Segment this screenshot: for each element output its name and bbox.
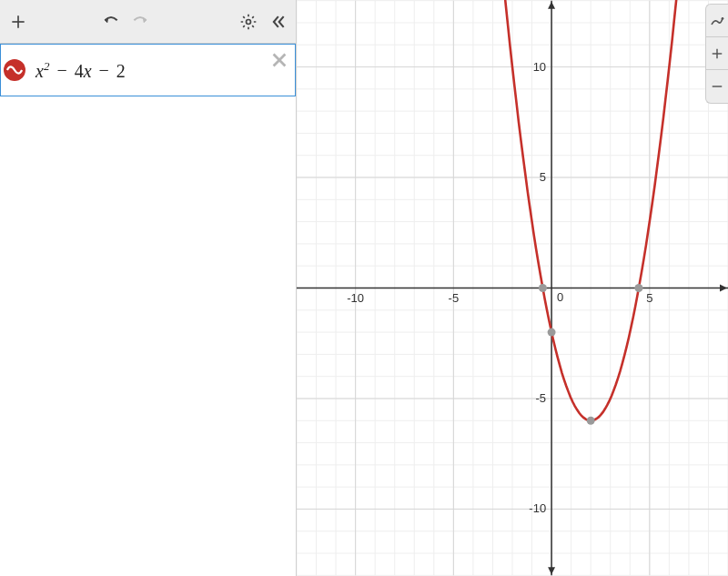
wave-icon [4,59,25,81]
svg-point-79 [722,17,724,20]
svg-point-78 [634,284,642,292]
expr-var: x [35,60,44,80]
expression-color-tab[interactable] [1,45,28,96]
svg-text:-5: -5 [536,391,547,405]
expression-input[interactable]: x2 − 4x − 2 [28,59,295,82]
expr-var2: x [84,60,92,80]
svg-point-77 [587,417,595,425]
svg-text:5: 5 [646,291,652,305]
svg-text:0: 0 [557,290,563,304]
svg-text:-10: -10 [529,501,546,515]
svg-point-2 [247,19,251,24]
undo-button[interactable] [96,7,126,36]
expression-list: x2 − 4x − 2 [0,44,296,576]
zoom-out-button[interactable] [706,70,728,103]
add-expression-button[interactable] [4,7,33,36]
graph-panel[interactable]: -10-50510-10-5510 [296,0,728,576]
svg-text:10: 10 [533,60,546,74]
expr-a: 4 [75,60,84,80]
expr-minus-2: − [92,60,116,80]
zoom-in-button[interactable] [706,37,728,70]
expr-b: 2 [116,60,126,80]
delete-expression-button[interactable] [269,50,289,70]
settings-button[interactable] [234,7,263,36]
graph-settings-button[interactable] [706,5,728,37]
graph-controls [705,4,728,104]
graph-canvas[interactable]: -10-50510-10-5510 [297,0,728,576]
collapse-panel-button[interactable] [263,7,292,36]
toolbar [0,0,296,44]
expression-row[interactable]: x2 − 4x − 2 [0,44,296,96]
expr-minus-1: − [49,60,74,80]
svg-text:5: 5 [540,170,546,184]
svg-point-75 [539,284,547,292]
svg-point-76 [548,328,556,337]
svg-text:-10: -10 [347,291,364,305]
svg-text:-5: -5 [449,291,460,305]
expression-panel: x2 − 4x − 2 [0,0,296,576]
redo-button[interactable] [126,7,155,36]
